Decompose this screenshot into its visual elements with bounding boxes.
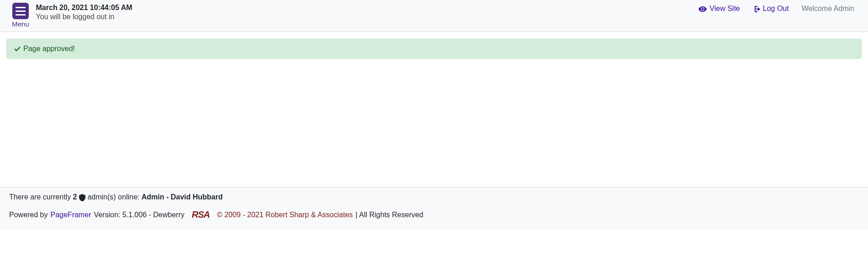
view-site-label: View Site — [709, 5, 740, 13]
powered-by-text: Powered by — [9, 211, 48, 219]
admin-count: 2 — [73, 193, 77, 201]
admin-names: Admin - David Hubbard — [142, 193, 223, 201]
menu-icon[interactable] — [12, 3, 29, 19]
header-info: March 20, 2021 10:44:05 AM You will be l… — [36, 3, 132, 21]
check-icon — [14, 45, 21, 53]
datetime-text: March 20, 2021 10:44:05 AM — [36, 4, 132, 12]
welcome-text: Welcome Admin — [802, 5, 854, 13]
footer-credits: Powered by PageFramer Version: 5.1.006 -… — [9, 209, 859, 220]
pageframer-link[interactable]: PageFramer — [51, 211, 91, 219]
success-alert: Page approved! — [6, 39, 862, 59]
header-right: View Site Log Out Welcome Admin — [699, 3, 856, 13]
view-site-link[interactable]: View Site — [699, 5, 740, 13]
content-area: Page approved! — [0, 32, 868, 66]
logout-icon — [753, 5, 760, 13]
header-left: Menu March 20, 2021 10:44:05 AM You will… — [12, 3, 132, 28]
alert-message: Page approved! — [23, 45, 75, 53]
header: Menu March 20, 2021 10:44:05 AM You will… — [0, 0, 868, 32]
admins-prefix: There are currently — [9, 193, 73, 201]
eye-icon — [699, 5, 707, 13]
copyright-link[interactable]: © 2009 - 2021 Robert Sharp & Associates — [217, 211, 353, 219]
admins-middle: admin(s) online: — [87, 193, 141, 201]
rsa-logo: RSA — [192, 209, 210, 220]
menu-wrapper: Menu — [12, 3, 29, 28]
logout-label: Log Out — [763, 5, 789, 13]
rights-text: | All Rights Reserved — [355, 211, 423, 219]
footer: There are currently 2 admin(s) online: A… — [0, 187, 868, 229]
version-text: Version: 5.1.006 - Dewberry — [94, 211, 184, 219]
shield-icon — [79, 193, 87, 201]
logout-link[interactable]: Log Out — [753, 5, 789, 13]
menu-label[interactable]: Menu — [12, 20, 29, 28]
logout-countdown-text: You will be logged out in — [36, 13, 132, 21]
admins-online-line: There are currently 2 admin(s) online: A… — [9, 193, 859, 201]
